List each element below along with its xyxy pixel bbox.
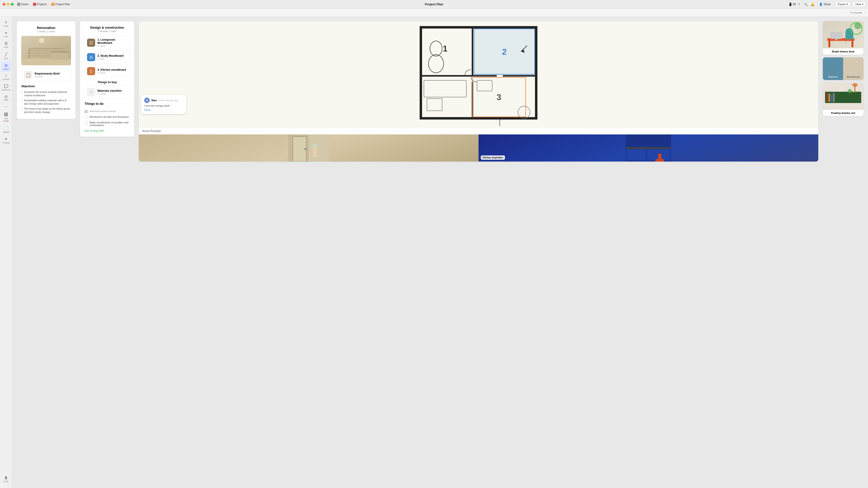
sidebar-item-column[interactable]: ⫴ Column (1, 72, 11, 82)
svg-rect-67 (826, 93, 828, 102)
renovation-subtitle: 1 board, 2 cards (21, 30, 71, 33)
objectives-list: Emphasis the homes existing historical c… (21, 90, 71, 115)
moodboard-item-2[interactable]: 2. Study Moodboard 1 card (85, 51, 130, 63)
device-badge: 1 (793, 3, 796, 5)
sidebar-item-add-image[interactable]: 🖼 Add Image (1, 110, 11, 124)
note-label: Note (4, 25, 8, 27)
objective-item-1: Emphasis the homes existing historical c… (21, 90, 71, 98)
svg-rect-55 (829, 41, 830, 47)
todo-item-2: Remeasure all walls and floorspace (85, 114, 130, 120)
export-chevron-icon: ▾ (846, 3, 848, 6)
breadcrumb-sep1: › (30, 3, 31, 6)
todo-checkbox-3[interactable] (85, 121, 88, 125)
note-icon: ≡ (5, 20, 7, 24)
sidebar-item-line[interactable]: ╱ Line (1, 50, 11, 61)
materials-count: 0 cards (97, 92, 127, 95)
help-icon[interactable]: ? (797, 2, 801, 6)
horizon-label: Horizon (829, 75, 838, 78)
nav-projects[interactable]: Projects (33, 3, 47, 6)
nav-project-plan[interactable]: Project Plan (51, 3, 70, 6)
main-canvas: Renovation 1 board, 2 cards (12, 17, 868, 488)
sidebar: ≡ Note ⚭ Link ☰ To-do ╱ Line ⊞ Board ⫴ C… (0, 17, 12, 488)
kitchen-label: Kitchen inspiration (481, 156, 505, 160)
view-button[interactable]: View ▾ (853, 2, 865, 7)
todo-label: To-do (3, 46, 8, 48)
svg-rect-62 (835, 39, 837, 40)
maximize-button[interactable] (11, 3, 13, 6)
checklist-icon: ✓ (87, 88, 95, 96)
renovation-illustration (21, 36, 71, 65)
floorplan-image: 1 2 3 (139, 21, 818, 127)
sidebar-item-trash[interactable]: 🗑 Trash (1, 474, 11, 484)
sidebar-item-ai-ideas[interactable]: ✦ AI Ideas (1, 135, 11, 146)
projects-nav-label[interactable]: Projects (37, 3, 47, 6)
sidebar-item-upload[interactable]: 📄 Upload (1, 124, 11, 135)
project-plan-nav-label[interactable]: Project Plan (55, 3, 70, 6)
sidebar-item-more[interactable]: ··· (1, 103, 11, 110)
checkmark-1: ✓ (85, 110, 87, 113)
device-icon[interactable]: 📱1 (790, 2, 794, 6)
moodboard-item-1[interactable]: 1. Livingroom Moodboard 0 cards (85, 36, 130, 49)
comment-bubble: M Marc A few seconds ago I love this ora… (141, 95, 186, 114)
page-title: Project Plan (425, 2, 443, 6)
close-button[interactable] (3, 3, 5, 6)
svg-rect-12 (89, 41, 91, 42)
board-label: Board (3, 68, 8, 70)
todo-checkbox-1[interactable]: ✓ (85, 110, 88, 113)
moodboard-name-3: 3. Kitchen moodboard (97, 68, 127, 71)
brief-name: Requirements Brief (35, 72, 68, 75)
birchwood-swatch: Birchwood (843, 57, 864, 80)
materials-checklist-item[interactable]: ✓ Materials checklist 0 cards (85, 86, 130, 98)
column-label: Column (2, 78, 9, 80)
svg-rect-15 (91, 43, 93, 44)
moodboard-name-2: 2. Study Moodboard (97, 54, 127, 57)
sidebar-item-board[interactable]: ⊞ Board (1, 61, 11, 72)
sidebar-item-comment[interactable]: 💬 Comment (1, 82, 11, 93)
floating-unit-photo (823, 83, 864, 110)
line-icon: ╱ (5, 52, 7, 57)
materials-text: Materials checklist 0 cards (97, 89, 127, 95)
todo-checkbox-2[interactable] (85, 116, 88, 119)
trash-icon: 🗑 (4, 476, 8, 480)
home-nav-label[interactable]: Home (21, 3, 29, 6)
sidebar-item-link[interactable]: ⚭ Link (1, 29, 11, 39)
sidebar-item-todo[interactable]: ☰ To-do (1, 39, 11, 50)
floorplan-svg: 1 2 3 (139, 21, 818, 127)
kitchen-photos-row: Kitchen inspiration (139, 134, 818, 162)
share-button[interactable]: 👤 Share (817, 2, 833, 6)
notifications-icon[interactable]: 🔔 (811, 2, 814, 6)
comment-text: I love this orange stool! (144, 104, 183, 107)
svg-rect-70 (833, 93, 835, 102)
moodboard-item-3[interactable]: 3. Kitchen moodboard 0 cards (85, 65, 130, 77)
trash-label: Trash (3, 480, 8, 483)
renovation-card: Renovation 1 board, 2 cards (17, 21, 75, 119)
requirements-brief-item[interactable]: 📋 Requirements Brief 0 cards (21, 68, 71, 82)
svg-point-44 (312, 144, 318, 148)
things-to-buy-divider: Things to buy (85, 80, 130, 84)
add-image-label: Add Image (2, 118, 10, 122)
sidebar-item-table[interactable]: ⊟ Table (1, 93, 11, 103)
projects-icon (33, 3, 36, 6)
reply-button[interactable]: Reply (144, 108, 183, 111)
renovation-img-inner (21, 36, 71, 65)
color-swatches: Horizon Birchwood (823, 57, 864, 80)
link-icon: ⚭ (4, 31, 7, 35)
search-icon[interactable]: 🔍 (804, 2, 807, 6)
sidebar-item-note[interactable]: ≡ Note (1, 19, 11, 29)
breadcrumb-sep2: › (49, 3, 50, 6)
link-label: Link (4, 35, 8, 38)
bright-desk-photo (823, 21, 864, 48)
svg-point-8 (39, 38, 44, 43)
column-icon: ⫴ (5, 74, 7, 78)
action-bar: 0 Unsorted (0, 8, 868, 17)
cards-grid: Renovation 1 board, 2 cards (17, 21, 864, 162)
view-label: View (855, 3, 861, 6)
svg-rect-14 (89, 43, 91, 44)
unsorted-button[interactable]: 0 Unsorted (848, 11, 864, 15)
comment-header: M Marc A few seconds ago (144, 98, 183, 103)
titlebar: M Home › Projects › Project Plan Project… (0, 0, 868, 8)
minimize-button[interactable] (7, 3, 9, 6)
svg-point-72 (852, 83, 858, 87)
export-button[interactable]: Export ▾ (836, 2, 850, 7)
nav-home[interactable]: M Home (17, 3, 29, 6)
